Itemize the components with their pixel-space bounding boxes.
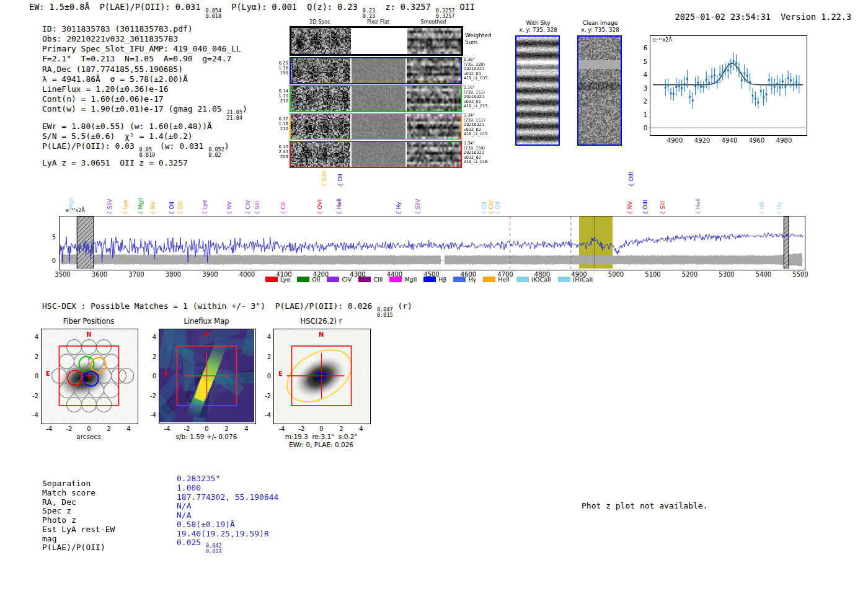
emission-line-marker: { SiIV: [107, 198, 113, 215]
stacked-uncertainty: 0.0520.02: [208, 147, 224, 158]
pixelflat-image: [352, 28, 406, 54]
emission-line-markers: { MgII{ SiIV{ Lyα{ MgII{ NV{ OII{ SiII{ …: [59, 160, 804, 215]
tick-label: 4: [153, 334, 156, 340]
match-field-value: 187.774302, 55.190644: [177, 492, 278, 502]
compass-north-label: N: [204, 331, 209, 338]
spec2d-left-value: 2.43: [273, 149, 288, 154]
tick-label: 4000: [239, 271, 255, 278]
tick-label: 5300: [719, 271, 734, 278]
spec2d-row-left-labels: [273, 26, 290, 30]
spec2d-row-left-labels: 0.121.19210: [273, 113, 290, 131]
clean-image-title: Clean Image: [574, 20, 626, 27]
tick-label: 4: [35, 334, 38, 340]
legend-item: MgII: [389, 276, 417, 283]
info-line: Primary Spec_Slot_IFU_AMP: 419_040_046_L…: [42, 44, 247, 54]
spec2d-left-value: 1.15: [273, 94, 288, 99]
tick-label: -2: [184, 425, 190, 432]
legend-item: HeII: [483, 276, 510, 283]
tick-label: -4: [32, 412, 38, 419]
tick-label: 4: [244, 425, 248, 432]
match-field-value: 19.40(19.25,19.59)R: [177, 529, 269, 538]
spec2d-row-panel: [290, 85, 462, 112]
tick-label: 0: [153, 373, 156, 380]
spec2d-row-left-labels: 0.102.43209: [273, 141, 290, 159]
spec2d-left-value: 0.14: [273, 89, 288, 94]
legend-item: CIV: [327, 276, 352, 283]
tick-label: 6: [644, 45, 647, 51]
match-field-label: RA, Dec: [42, 497, 76, 507]
legend-item: Hβ: [423, 276, 446, 283]
clean-image: [578, 37, 621, 144]
match-field-value: 0.58(±0.19)Å: [177, 520, 235, 529]
fiber-positions-frame: [41, 329, 138, 424]
info-line: Cont(w) = 1.90(±0.01)e-17 (gmag 21.05 21…: [42, 104, 247, 121]
emission-line-marker: { SiII: [255, 201, 260, 215]
hsc-cutout-title: HSC(26.2) r: [275, 317, 368, 326]
emission-line-marker: { SiII: [660, 201, 666, 215]
full-spectrum-plot: [60, 216, 804, 269]
tick-label: 3: [644, 84, 647, 91]
lineflux-caption: s/b: 1.59 +/- 0.076: [176, 433, 237, 440]
fiber-positions-title: Fiber Positions: [42, 317, 135, 326]
compass-east-label: E: [46, 370, 50, 377]
match-field-value: 1.000: [177, 483, 201, 492]
spectrum-legend: LyαOIICIVCIIIMgIIHβHγHeII(K)CaII(H)CaII: [265, 276, 593, 283]
stacked-uncertainty: 0.0540.018: [205, 8, 221, 19]
tick-label: 1: [644, 111, 647, 118]
tick-label: 4980: [776, 137, 792, 144]
emission-line-marker: { NV: [151, 202, 156, 215]
legend-item: OII: [297, 276, 320, 283]
tick-label: 3700: [128, 271, 144, 278]
tick-label: 2: [339, 425, 343, 432]
hsc-caption-1: m:19.3 re:3.1" s:0.2": [285, 433, 358, 440]
match-field-label: Spec z: [42, 506, 71, 515]
legend-swatch: [297, 277, 309, 282]
spec2d-row: 0.121.192101.34"(739, 151)20210221v032_0…: [273, 113, 492, 140]
stacked-uncertainty: 0.230.23: [363, 8, 375, 19]
spec2d-col-header: Pixel Flat: [347, 19, 409, 25]
fiber-xlabel: arcsecs: [76, 433, 100, 440]
emission-line-marker: { NV: [627, 202, 633, 215]
clean-image-coords: x, y: 735, 328: [574, 27, 626, 33]
detection-info-block: ID: 3011835783 (3011835783.pdf)Obs: 2021…: [42, 24, 247, 168]
compass-north-label: N: [319, 331, 324, 338]
emission-line-marker: { OII: [495, 202, 501, 215]
full-spectrum-frame: [59, 216, 805, 270]
legend-swatch: [483, 277, 495, 282]
emission-line-marker: { OVI: [317, 200, 323, 215]
spec2d-right-value: Weighted: [465, 32, 492, 39]
lineflux-map-title: Lineflux Map: [160, 317, 253, 326]
tick-label: 2: [153, 353, 156, 360]
stacked-uncertainty: 0.32570.3257: [436, 8, 455, 19]
spec2d-right-value: 419_LL_035: [464, 76, 488, 81]
spec2d-row-right-labels: WeightedSum: [463, 26, 492, 46]
spec2d-left-value: 1.38: [273, 66, 288, 71]
match-field-label: Match score: [42, 488, 95, 497]
tick-label: 0: [52, 257, 56, 264]
tick-label: 2: [224, 425, 228, 432]
inset-units-label: e⁻¹⁷x2Å: [653, 37, 672, 43]
legend-swatch: [558, 277, 570, 282]
spec2d-left-value: 190: [273, 71, 288, 76]
spacer: [771, 12, 781, 22]
spec2d-left-value: 209: [273, 154, 288, 159]
info-line: Obs: 20210221v032_3011835783: [42, 34, 247, 44]
phot-z-note: Phot z plot not available.: [582, 501, 708, 510]
spec2d-row-panel: [290, 26, 463, 56]
tick-label: 0: [205, 425, 208, 432]
emission-line-marker: { CII: [281, 202, 286, 215]
spec2d-left-value: 210: [273, 99, 288, 104]
tick-label: 0: [319, 425, 323, 432]
withsky-title: With Sky: [512, 20, 564, 27]
withsky-coords: x, y: 735, 328: [512, 27, 564, 33]
legend-item: CIII: [358, 276, 383, 283]
spec2d-rows: WeightedSum0.251.381900.36"(735, 328)202…: [273, 26, 492, 169]
tick-label: -4: [265, 412, 271, 419]
smoothed-image: [407, 28, 461, 54]
hsc-cutout-frame: [273, 329, 371, 424]
emission-line-marker: { SiII: [178, 201, 184, 215]
spec2d-image: [291, 28, 351, 54]
emission-line-marker: { Hγ: [396, 202, 402, 215]
info-line: λ = 4941.86Å σ = 5.78(±2.00)Å: [42, 74, 247, 84]
match-field-label: P(LAE)/P(OII): [42, 543, 105, 552]
